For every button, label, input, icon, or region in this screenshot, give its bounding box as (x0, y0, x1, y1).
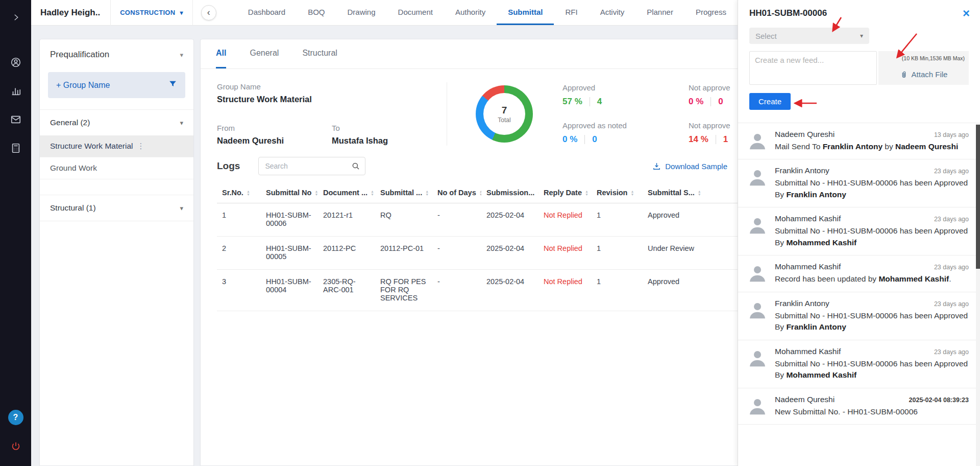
group-name-value: Structure Work Material (217, 95, 447, 104)
logs-table: Sr.No. Submittal No Document ... Submitt… (217, 183, 778, 311)
avatar (747, 214, 768, 235)
group-item-ground-work[interactable]: Ground Work (40, 157, 193, 179)
col-submittal-no[interactable]: Submittal No (261, 183, 318, 203)
group-section-structural[interactable]: Structural (1) ▾ (40, 195, 193, 221)
power-icon[interactable] (6, 436, 26, 457)
main-nav: Dashboard BOQ Drawing Document Authority… (237, 0, 738, 25)
avatar (747, 347, 768, 367)
nav-item-authority[interactable]: Authority (444, 0, 497, 25)
sort-icon[interactable] (698, 190, 701, 196)
user-icon[interactable] (6, 52, 26, 73)
tab-all[interactable]: All (216, 39, 226, 68)
chevron-down-icon: ▾ (180, 119, 183, 127)
table-row[interactable]: 3 HH01-SUBM-00004 2305-RQ-ARC-001 RQ FOR… (217, 270, 778, 311)
feed-scrollbar-track[interactable] (976, 123, 980, 466)
from-value: Nadeem Qureshi (217, 136, 332, 146)
calculator-icon[interactable] (6, 138, 26, 158)
feed-author: Mohammed Kashif (775, 262, 841, 271)
feed-type-select[interactable]: Select ▾ (749, 28, 869, 44)
close-icon[interactable]: × (963, 8, 970, 18)
chevron-down-icon: ▾ (180, 204, 183, 212)
create-button[interactable]: Create (749, 93, 791, 110)
feed-time: 23 days ago (930, 168, 969, 175)
filter-icon[interactable] (168, 80, 177, 90)
table-row[interactable]: 1 HH01-SUBM-00006 20121-r1 RQ - 2025-02-… (217, 203, 778, 237)
chevron-down-icon: ▾ (860, 32, 863, 39)
col-revision[interactable]: Revision (592, 183, 643, 203)
sort-icon[interactable] (630, 190, 634, 196)
feed-message: New Submittal No. - HH01-SUBM-00006 (775, 406, 969, 417)
nav-item-activity[interactable]: Activity (589, 0, 636, 25)
nav-item-submittal[interactable]: Submittal (497, 0, 554, 25)
prequalification-dropdown[interactable]: Prequalification ▾ (40, 39, 193, 69)
search-icon[interactable] (351, 161, 360, 171)
nav-item-drawing[interactable]: Drawing (336, 0, 387, 25)
feed-time: 23 days ago (930, 300, 969, 308)
module-dropdown[interactable]: CONSTRUCTION ▾ (111, 9, 192, 16)
stat-pct: 57 % (562, 97, 582, 107)
sort-icon[interactable] (425, 190, 429, 196)
group-panel: Prequalification ▾ + Group Name General … (39, 39, 194, 466)
kebab-menu-icon[interactable]: ⋮ (137, 142, 145, 150)
feed-author: Nadeem Qureshi (775, 395, 835, 404)
avatar (747, 299, 768, 319)
stat-pct: 0 % (689, 97, 703, 107)
new-feed-input[interactable] (749, 51, 877, 85)
to-label: To (332, 124, 388, 132)
divider (192, 0, 193, 26)
sort-icon[interactable] (479, 190, 481, 196)
nav-item-progress[interactable]: Progress (684, 0, 738, 25)
help-icon[interactable]: ? (8, 410, 23, 425)
feed-time: 23 days ago (930, 216, 969, 223)
feed-author: Franklin Antony (775, 166, 829, 175)
col-no-of-days[interactable]: No of Days (432, 183, 481, 203)
col-sr-no[interactable]: Sr.No. (217, 183, 261, 203)
feed-item: Nadeem Qureshi2025-02-04 08:39:23 New Su… (738, 388, 976, 425)
stat-label: Approved (562, 83, 665, 92)
tab-general[interactable]: General (250, 39, 279, 68)
download-sample-link[interactable]: Download Sample (652, 162, 727, 171)
collapse-nav-button[interactable]: ‹ (201, 5, 216, 20)
col-submittal-name[interactable]: Submittal ... (375, 183, 432, 203)
nav-item-boq[interactable]: BOQ (297, 0, 336, 25)
nav-item-rfi[interactable]: RFI (554, 0, 589, 25)
feed-item: Mohammed Kashif23 days ago Record has be… (738, 255, 976, 292)
prequalification-label: Prequalification (50, 50, 109, 60)
nav-item-document[interactable]: Document (387, 0, 444, 25)
donut-total-label: Total (498, 116, 510, 124)
add-group-button[interactable]: + Group Name (48, 72, 185, 98)
donut-total: 7 (502, 105, 507, 116)
chart-icon[interactable] (6, 81, 26, 101)
feed-scrollbar-thumb[interactable] (976, 125, 980, 269)
sort-icon[interactable] (247, 190, 250, 196)
sort-icon[interactable] (585, 190, 589, 196)
expand-sidebar-icon[interactable] (6, 7, 26, 28)
nav-item-planner[interactable]: Planner (635, 0, 684, 25)
feed-time: 13 days ago (930, 131, 969, 138)
sort-icon[interactable] (371, 190, 374, 196)
feed-message: Submittal No - HH01-SUBM-00006 has been … (775, 177, 969, 200)
from-label: From (217, 124, 332, 132)
attach-file-button[interactable]: Attach File (878, 70, 969, 79)
mail-icon[interactable] (6, 109, 26, 130)
col-reply-date[interactable]: Reply Date (538, 183, 592, 203)
group-section-general[interactable]: General (2) ▾ (40, 109, 193, 135)
feed-time: 23 days ago (930, 264, 969, 271)
feed-author: Mohammed Kashif (775, 347, 841, 356)
feed-item: Nadeem Qureshi13 days ago Mail Send To F… (738, 123, 976, 159)
sort-icon[interactable] (537, 190, 538, 196)
nav-item-dashboard[interactable]: Dashboard (237, 0, 297, 25)
feed-item: Franklin Antony23 days ago Submittal No … (738, 292, 976, 340)
stat-count: 1 (723, 134, 728, 145)
col-submission-date[interactable]: Submission... (481, 183, 538, 203)
logs-title: Logs (217, 160, 240, 172)
search-input[interactable] (258, 157, 365, 175)
group-item-label: Ground Work (50, 164, 97, 172)
logs-search (258, 157, 365, 175)
sort-icon[interactable] (314, 190, 318, 196)
col-document-no[interactable]: Document ... (318, 183, 375, 203)
feed-panel-title: HH01-SUBM-00006 (749, 8, 827, 18)
table-row[interactable]: 2 HH01-SUBM-00005 20112-PC 20112-PC-01 -… (217, 237, 778, 270)
tab-structural[interactable]: Structural (302, 39, 337, 68)
group-item-structure-work-material[interactable]: Structure Work Material⋮ (40, 135, 193, 157)
